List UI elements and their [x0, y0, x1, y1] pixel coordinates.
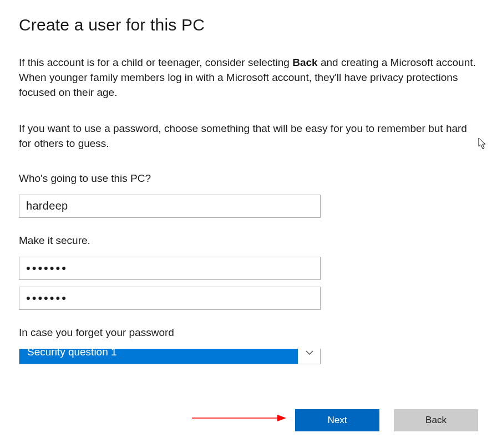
security-question-select[interactable]: Security question 1: [19, 349, 321, 373]
back-button[interactable]: Back: [394, 409, 478, 431]
para1-prefix: If this account is for a child or teenag…: [19, 57, 292, 68]
username-input[interactable]: [19, 195, 321, 218]
security-question-value: Security question 1: [27, 349, 117, 358]
confirm-password-input[interactable]: [19, 287, 321, 310]
para1-bold: Back: [292, 57, 317, 68]
password-label: Make it secure.: [19, 235, 478, 247]
info-paragraph-1: If this account is for a child or teenag…: [19, 55, 478, 100]
next-button[interactable]: Next: [295, 409, 379, 431]
password-input[interactable]: [19, 257, 321, 280]
username-label: Who's going to use this PC?: [19, 172, 478, 185]
security-label: In case you forget your password: [19, 327, 478, 339]
chevron-down-icon: [306, 349, 313, 357]
info-paragraph-2: If you want to use a password, choose so…: [19, 121, 478, 151]
page-title: Create a user for this PC: [19, 16, 478, 34]
bottom-button-bar: Next Back: [0, 409, 497, 431]
